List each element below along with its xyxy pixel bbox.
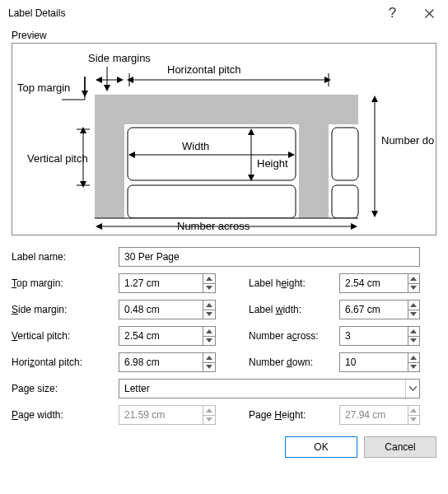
chevron-up-icon[interactable] <box>203 353 215 362</box>
form-grid: Label name: Top margin: Label height: Si… <box>12 247 436 425</box>
svg-rect-6 <box>332 185 358 218</box>
diag-nacross: Number across <box>177 220 250 232</box>
svg-rect-2 <box>299 95 329 218</box>
chevron-down-icon[interactable] <box>203 283 215 293</box>
diag-side-margins: Side margins <box>88 52 151 64</box>
page-size-combo[interactable]: Letter <box>119 379 420 398</box>
close-icon <box>425 9 434 18</box>
chevron-up-icon[interactable] <box>203 327 215 336</box>
button-row: OK Cancel <box>12 436 436 458</box>
preview-label: Preview <box>12 30 436 41</box>
help-icon: ? <box>389 5 396 21</box>
label-height-label: Label height: <box>249 277 339 289</box>
horizontal-pitch-label: Horizontal pitch: <box>12 357 119 368</box>
chevron-up-icon[interactable] <box>203 274 215 283</box>
horizontal-pitch-input[interactable] <box>119 352 216 372</box>
page-height-label: Page Height: <box>249 409 339 421</box>
page-width-input <box>119 405 216 425</box>
titlebar: Label Details ? <box>0 0 448 26</box>
chevron-down-icon[interactable] <box>203 362 215 372</box>
top-margin-label: Top margin: <box>12 277 119 289</box>
vertical-pitch-label: Vertical pitch: <box>12 330 119 342</box>
side-margin-label: Side margin: <box>12 304 119 315</box>
chevron-up-icon[interactable] <box>408 327 419 336</box>
vertical-pitch-input[interactable] <box>119 326 216 346</box>
diag-vpitch: Vertical pitch <box>27 152 88 165</box>
chevron-down-icon[interactable] <box>408 336 419 346</box>
side-margin-input[interactable] <box>119 300 216 319</box>
chevron-down-icon[interactable] <box>203 336 215 346</box>
close-button[interactable] <box>411 0 448 26</box>
svg-rect-5 <box>128 185 296 218</box>
label-width-input[interactable] <box>339 300 420 319</box>
chevron-down-icon[interactable] <box>408 310 419 319</box>
chevron-up-icon[interactable] <box>408 353 419 362</box>
svg-rect-1 <box>95 95 124 218</box>
number-across-label: Number across: <box>249 330 339 342</box>
top-margin-input[interactable] <box>119 273 216 293</box>
page-height-input <box>339 405 420 425</box>
chevron-down-icon <box>405 380 419 398</box>
diag-hpitch: Horizontal pitch <box>167 63 241 76</box>
preview-box: Top margin Side margins Horizontal pitch… <box>12 43 436 235</box>
label-name-label: Label name: <box>12 251 119 263</box>
diag-top-margin: Top margin <box>17 82 70 94</box>
chevron-up-icon[interactable] <box>203 301 215 310</box>
label-width-label: Label width: <box>249 304 339 315</box>
window-title: Label Details <box>8 7 374 19</box>
page-size-value: Letter <box>124 383 150 394</box>
dialog-body: Preview <box>0 26 448 466</box>
diag-height: Height <box>257 157 288 170</box>
page-size-label: Page size: <box>12 383 119 394</box>
diag-ndown: Number down <box>381 134 434 147</box>
help-button[interactable]: ? <box>374 0 411 26</box>
svg-rect-4 <box>332 128 358 180</box>
diag-width: Width <box>182 140 209 152</box>
number-across-input[interactable] <box>339 326 420 346</box>
chevron-up-icon <box>408 406 419 415</box>
chevron-down-icon[interactable] <box>408 362 419 372</box>
chevron-up-icon[interactable] <box>408 274 419 283</box>
label-height-input[interactable] <box>339 273 420 293</box>
svg-rect-3 <box>128 128 296 180</box>
cancel-button[interactable]: Cancel <box>364 436 436 458</box>
number-down-label: Number down: <box>249 357 339 368</box>
ok-button[interactable]: OK <box>285 436 357 458</box>
chevron-down-icon <box>408 415 419 425</box>
chevron-down-icon <box>203 415 215 425</box>
chevron-down-icon[interactable] <box>408 283 419 293</box>
chevron-up-icon[interactable] <box>408 301 419 310</box>
chevron-up-icon <box>203 406 215 415</box>
number-down-input[interactable] <box>339 352 420 372</box>
label-name-input[interactable] <box>119 247 420 267</box>
chevron-down-icon[interactable] <box>203 310 215 319</box>
page-width-label: Page width: <box>12 409 119 421</box>
